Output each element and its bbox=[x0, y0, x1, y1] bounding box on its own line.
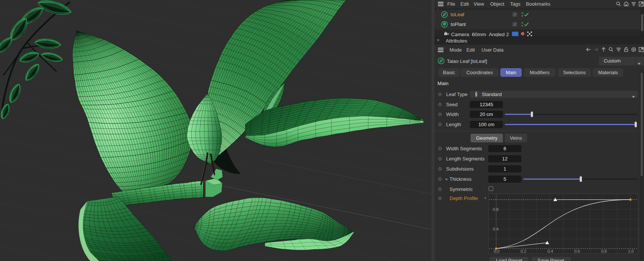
svg-text:0.0: 0.0 bbox=[494, 249, 499, 253]
svg-text:0.2: 0.2 bbox=[521, 249, 526, 253]
svg-text:0.4: 0.4 bbox=[547, 249, 553, 253]
svg-text:1.0: 1.0 bbox=[628, 249, 633, 253]
svg-text:0.6: 0.6 bbox=[574, 249, 580, 253]
svg-text:0.4: 0.4 bbox=[493, 227, 498, 231]
svg-text:0.8: 0.8 bbox=[601, 249, 607, 253]
svg-text:0.8: 0.8 bbox=[493, 207, 498, 212]
